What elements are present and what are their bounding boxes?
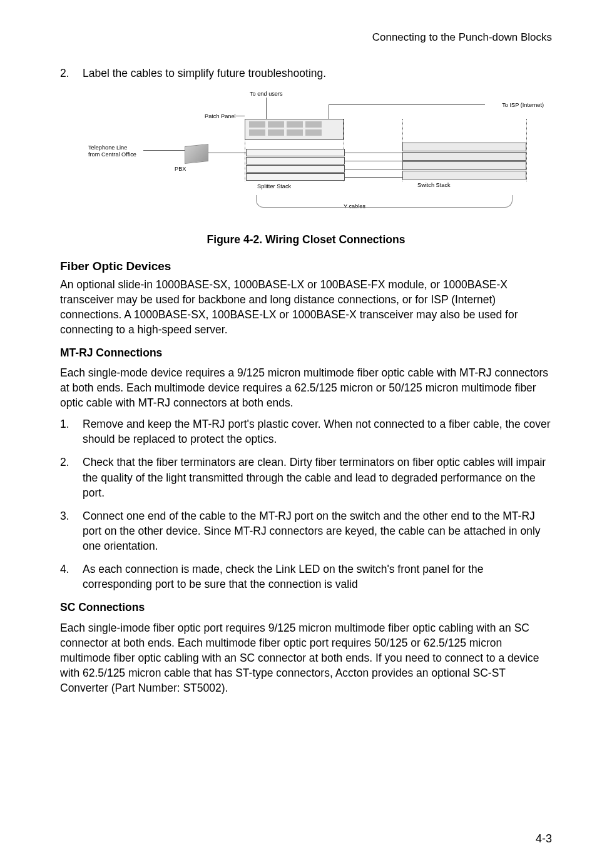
list-item: 3. Connect one end of the cable to the M… [60,508,552,553]
label-pbx: PBX [175,165,186,173]
pbx-box [185,144,208,164]
label-from-co: from Central Office [88,151,136,159]
list-item: 4. As each connection is made, check the… [60,562,552,592]
mtrj-steps: 1. Remove and keep the MT-RJ port's plas… [60,416,552,592]
step-number: 1. [60,416,83,447]
figure-caption: Figure 4-2. Wiring Closet Connections [60,232,552,247]
heading-mtrj: MT-RJ Connections [60,345,552,360]
para-mtrj: Each single-mode device requires a 9/125… [60,365,552,410]
step-text: Label the cables to simplify future trou… [83,66,552,81]
page-number: 4-3 [536,831,552,847]
label-patch-panel: Patch Panel [205,113,236,121]
list-item: 2. Check that the fiber terminators are … [60,455,552,500]
label-to-end-users: To end users [250,90,283,98]
step-number: 4. [60,562,83,592]
para-sc: Each single-imode fiber optic port requi… [60,620,552,696]
running-header: Connecting to the Punch-down Blocks [60,30,552,44]
heading-fiber-optic: Fiber Optic Devices [60,258,552,275]
list-item: 1. Remove and keep the MT-RJ port's plas… [60,416,552,447]
step-text: Check that the fiber terminators are cle… [83,455,552,500]
step-text: As each connection is made, check the Li… [83,562,552,592]
step-text: Remove and keep the MT-RJ port's plastic… [83,416,552,447]
wiring-diagram: To end users To ISP (Internet) Patch Pan… [68,89,544,223]
label-to-isp: To ISP (Internet) [502,101,544,109]
step-number: 3. [60,508,83,553]
step-2: 2. Label the cables to simplify future t… [60,66,552,81]
step-number: 2. [60,455,83,500]
step-number: 2. [60,66,83,81]
para-fiber-optic: An optional slide-in 1000BASE-SX, 1000BA… [60,277,552,338]
step-text: Connect one end of the cable to the MT-R… [83,508,552,553]
heading-sc: SC Connections [60,600,552,615]
label-splitter-stack: Splitter Stack [257,183,291,191]
label-switch-stack: Switch Stack [417,181,451,189]
